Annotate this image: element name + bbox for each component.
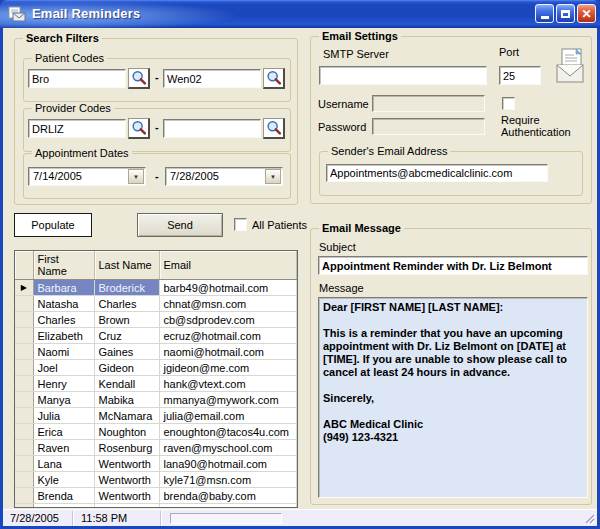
table-cell[interactable]: mmanya@mywork.com	[159, 392, 297, 408]
smtp-server-input[interactable]	[319, 66, 487, 85]
chevron-down-icon[interactable]: ▼	[128, 169, 144, 184]
patient-code-from-input[interactable]	[28, 69, 126, 88]
row-selector[interactable]	[15, 472, 33, 488]
row-selector[interactable]	[15, 376, 33, 392]
table-cell[interactable]: Julia	[33, 408, 94, 424]
table-cell[interactable]: kyle71@msn.com	[159, 472, 297, 488]
date-to-dropdown[interactable]: 7/28/2005 ▼	[165, 167, 283, 186]
table-cell[interactable]: Gideon	[94, 360, 159, 376]
table-cell[interactable]: Noughton	[94, 424, 159, 440]
table-row[interactable]: ManyaMabikammanya@mywork.com	[15, 392, 297, 408]
table-row[interactable]: RavenRosenburgraven@myschool.com	[15, 440, 297, 456]
table-cell[interactable]: enoughton@tacos4u.com	[159, 424, 297, 440]
table-cell[interactable]: julia@email.com	[159, 408, 297, 424]
table-row[interactable]: CharlesBrowncb@sdprodev.com	[15, 312, 297, 328]
row-selector[interactable]	[15, 344, 33, 360]
message-textarea[interactable]: Dear [FIRST NAME] [LAST NAME]: This is a…	[318, 297, 588, 498]
table-cell[interactable]: Elizabeth	[33, 328, 94, 344]
table-cell[interactable]: Wentworth	[94, 504, 159, 509]
column-header-first-name[interactable]: First Name	[33, 251, 94, 280]
patient-code-from-search-button[interactable]	[128, 68, 150, 89]
patient-code-to-search-button[interactable]	[263, 68, 285, 89]
provider-code-to-input[interactable]	[163, 119, 261, 138]
table-cell[interactable]: Naomi	[33, 344, 94, 360]
row-selector[interactable]: ▶	[15, 280, 33, 296]
table-cell[interactable]: chnat@msn.com	[159, 296, 297, 312]
provider-code-to-search-button[interactable]	[263, 118, 285, 139]
title-bar[interactable]: Email Reminders ✕	[0, 0, 600, 28]
table-row[interactable]: KyleWentworthkyle71@msn.com	[15, 472, 297, 488]
row-selector[interactable]	[15, 504, 33, 509]
populate-button[interactable]: Populate	[14, 213, 92, 237]
provider-code-from-search-button[interactable]	[128, 118, 150, 139]
subject-input[interactable]	[318, 256, 588, 275]
table-row[interactable]: JoelGideonjgideon@me.com	[15, 360, 297, 376]
table-row[interactable]: HenryKendallhank@vtext.com	[15, 376, 297, 392]
table-cell[interactable]: brenda@baby.com	[159, 488, 297, 504]
table-cell[interactable]: barb49@hotmail.com	[159, 280, 297, 296]
table-cell[interactable]: cb@sdprodev.com	[159, 312, 297, 328]
minimize-button[interactable]	[535, 4, 554, 23]
table-cell[interactable]: Raven	[33, 440, 94, 456]
table-row[interactable]: JuliaMcNamarajulia@email.com	[15, 408, 297, 424]
table-cell[interactable]: Henry	[33, 376, 94, 392]
table-cell[interactable]: Erica	[33, 424, 94, 440]
table-cell[interactable]: ecruz@hotmail.com	[159, 328, 297, 344]
row-selector[interactable]	[15, 312, 33, 328]
table-cell[interactable]: Wentworth	[94, 488, 159, 504]
row-selector[interactable]	[15, 456, 33, 472]
table-cell[interactable]: Wentworth	[94, 472, 159, 488]
row-selector[interactable]	[15, 488, 33, 504]
table-cell[interactable]: Cruz	[94, 328, 159, 344]
table-row[interactable]: LanaWentworthlana90@hotmail.com	[15, 456, 297, 472]
table-cell[interactable]: Charles	[94, 296, 159, 312]
resize-grip-icon[interactable]	[583, 512, 596, 525]
password-input[interactable]	[372, 118, 485, 135]
all-patients-checkbox[interactable]	[234, 218, 247, 231]
chevron-down-icon[interactable]: ▼	[265, 169, 281, 184]
table-cell[interactable]: Brown	[94, 312, 159, 328]
require-authentication-checkbox[interactable]	[502, 97, 515, 110]
table-cell[interactable]: Lana	[33, 456, 94, 472]
table-cell[interactable]: Mabika	[94, 392, 159, 408]
table-row[interactable]: NaomiGainesnaomi@hotmail.com	[15, 344, 297, 360]
table-cell[interactable]: Natasha	[33, 296, 94, 312]
row-selector[interactable]	[15, 440, 33, 456]
table-cell[interactable]: Charles	[33, 312, 94, 328]
table-row[interactable]: ▶BarbaraBroderickbarb49@hotmail.com	[15, 280, 297, 296]
patient-code-to-input[interactable]	[163, 69, 261, 88]
table-row[interactable]: EricaNoughtonenoughton@tacos4u.com	[15, 424, 297, 440]
table-cell[interactable]: lana90@hotmail.com	[159, 456, 297, 472]
table-cell[interactable]: Gaines	[94, 344, 159, 360]
table-row[interactable]: BrendaWentworthbrenda@baby.com	[15, 488, 297, 504]
maximize-button[interactable]	[556, 4, 575, 23]
table-row[interactable]: NatashaCharleschnat@msn.com	[15, 296, 297, 312]
patient-grid[interactable]: First Name Last Name Email ▶BarbaraBrode…	[14, 250, 298, 508]
table-row[interactable]: JamesWentworthjimmy@cardiff.com	[15, 504, 297, 509]
table-cell[interactable]: Manya	[33, 392, 94, 408]
table-cell[interactable]: Kyle	[33, 472, 94, 488]
table-cell[interactable]: Joel	[33, 360, 94, 376]
table-cell[interactable]: naomi@hotmail.com	[159, 344, 297, 360]
table-cell[interactable]: James	[33, 504, 94, 509]
table-row[interactable]: ElizabethCruzecruz@hotmail.com	[15, 328, 297, 344]
date-from-dropdown[interactable]: 7/14/2005 ▼	[28, 167, 146, 186]
table-cell[interactable]: Brenda	[33, 488, 94, 504]
username-input[interactable]	[372, 95, 485, 112]
table-cell[interactable]: Barbara	[33, 280, 94, 296]
row-selector[interactable]	[15, 408, 33, 424]
send-button[interactable]: Send	[137, 213, 223, 237]
table-cell[interactable]: jgideon@me.com	[159, 360, 297, 376]
column-header-email[interactable]: Email	[159, 251, 297, 280]
table-cell[interactable]: hank@vtext.com	[159, 376, 297, 392]
row-selector[interactable]	[15, 296, 33, 312]
row-selector[interactable]	[15, 328, 33, 344]
table-cell[interactable]: McNamara	[94, 408, 159, 424]
column-header-last-name[interactable]: Last Name	[94, 251, 159, 280]
row-selector[interactable]	[15, 392, 33, 408]
row-selector[interactable]	[15, 360, 33, 376]
table-cell[interactable]: jimmy@cardiff.com	[159, 504, 297, 509]
table-cell[interactable]: Kendall	[94, 376, 159, 392]
sender-email-input[interactable]	[326, 164, 548, 182]
provider-code-from-input[interactable]	[28, 119, 126, 138]
